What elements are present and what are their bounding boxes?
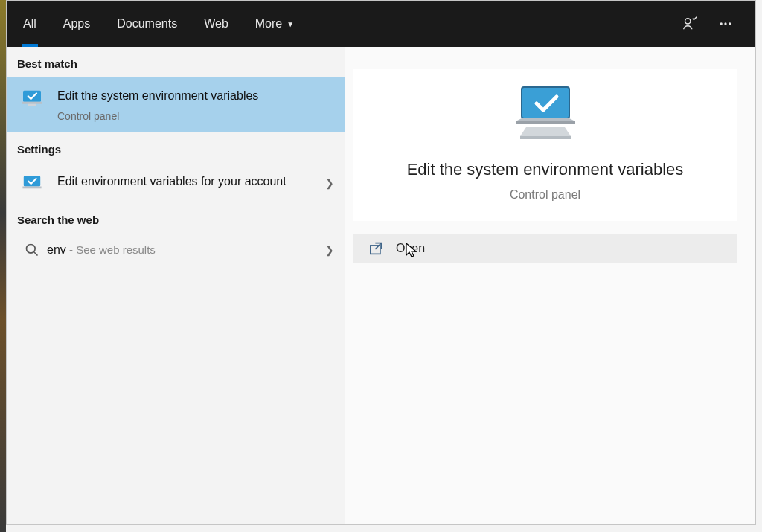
web-query: env (47, 243, 66, 256)
svg-point-2 (724, 22, 726, 25)
search-web-header: Search the web (7, 203, 345, 234)
chevron-down-icon: ▼ (286, 20, 294, 28)
svg-line-10 (34, 252, 38, 256)
web-search-result[interactable]: env - See web results ❯ (7, 234, 345, 266)
tab-more-label: More (255, 17, 282, 31)
svg-point-1 (720, 22, 723, 25)
open-icon (369, 242, 390, 255)
results-column: Best match Edit the system environment v… (7, 47, 345, 524)
svg-point-0 (685, 19, 691, 24)
best-match-header: Best match (7, 47, 345, 77)
chevron-right-icon: ❯ (325, 177, 334, 189)
svg-rect-6 (28, 104, 36, 106)
tab-apps[interactable]: Apps (50, 1, 103, 47)
svg-marker-15 (520, 127, 571, 136)
svg-marker-14 (516, 121, 575, 124)
content-area: Best match Edit the system environment v… (7, 47, 755, 524)
tab-more[interactable]: More ▼ (242, 1, 307, 47)
tab-all[interactable]: All (10, 1, 50, 47)
svg-marker-16 (520, 136, 571, 139)
monitor-check-icon (17, 88, 47, 109)
preview-card: Edit the system environment variables Co… (353, 69, 737, 221)
settings-result[interactable]: Edit environment variables for your acco… (7, 163, 345, 203)
preview-title: Edit the system environment variables (353, 160, 737, 179)
search-icon (17, 243, 47, 257)
tabs: All Apps Documents Web More ▼ (10, 1, 307, 47)
best-match-text: Edit the system environment variables Co… (47, 88, 334, 122)
preview-icon (353, 84, 737, 142)
best-match-result[interactable]: Edit the system environment variables Co… (7, 77, 345, 132)
wallpaper-edge (0, 0, 6, 532)
open-action[interactable]: Open (353, 234, 737, 263)
open-label: Open (390, 242, 425, 255)
more-options-icon[interactable] (711, 9, 740, 39)
settings-result-title: Edit environment variables for your acco… (57, 173, 316, 190)
svg-point-9 (27, 245, 36, 254)
tab-web[interactable]: Web (190, 1, 242, 47)
web-search-text: env - See web results (47, 243, 156, 257)
search-panel: All Apps Documents Web More ▼ (6, 0, 756, 525)
svg-rect-17 (371, 246, 380, 254)
best-match-subtitle: Control panel (57, 110, 316, 122)
monitor-check-icon (17, 173, 47, 193)
web-suffix: - See web results (66, 243, 156, 256)
search-tabs-bar: All Apps Documents Web More ▼ (7, 1, 755, 47)
chevron-right-icon: ❯ (325, 244, 334, 256)
svg-marker-13 (516, 118, 575, 121)
best-match-title: Edit the system environment variables (57, 88, 316, 104)
svg-point-3 (729, 22, 731, 25)
svg-rect-7 (24, 176, 40, 187)
svg-rect-4 (23, 91, 41, 102)
svg-rect-8 (22, 187, 41, 189)
tab-documents[interactable]: Documents (103, 1, 190, 47)
feedback-icon[interactable] (675, 9, 705, 39)
preview-subtitle: Control panel (353, 188, 737, 202)
topbar-right (675, 9, 752, 39)
settings-header: Settings (7, 132, 345, 163)
settings-result-text: Edit environment variables for your acco… (47, 173, 334, 190)
preview-column: Edit the system environment variables Co… (345, 47, 755, 524)
svg-rect-5 (22, 102, 42, 104)
svg-rect-11 (522, 87, 569, 118)
